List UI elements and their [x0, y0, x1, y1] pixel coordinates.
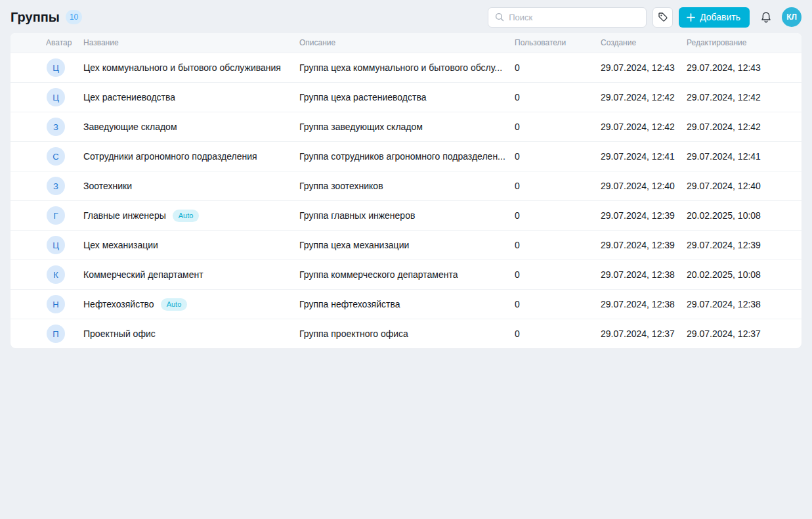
group-name: Цех коммунального и бытового обслуживани… — [83, 62, 281, 73]
group-edited: 29.07.2024, 12:38 — [687, 299, 791, 309]
group-created: 29.07.2024, 12:38 — [601, 269, 687, 280]
table-row[interactable]: Ц Цех растениеводства Группа цеха растен… — [11, 82, 801, 112]
group-users-count: 0 — [515, 122, 601, 132]
column-header-description: Описание — [299, 38, 515, 47]
group-avatar: Ц — [47, 58, 65, 77]
auto-badge: Auto — [161, 298, 188, 311]
search-icon — [495, 12, 504, 22]
group-name: Главные инженеры — [83, 210, 166, 221]
avatar-cell: Ц — [46, 236, 83, 254]
group-users-count: 0 — [515, 210, 601, 221]
group-description: Группа нефтехозяйства — [299, 299, 515, 309]
group-edited: 20.02.2025, 10:08 — [687, 269, 791, 280]
notifications-button[interactable] — [758, 9, 775, 26]
name-cell: Нефтехозяйство Auto — [83, 298, 299, 311]
group-created: 29.07.2024, 12:38 — [601, 299, 687, 309]
topbar-actions: Добавить КЛ — [488, 7, 801, 28]
table-row[interactable]: З Зоотехники Группа зоотехников 0 29.07.… — [11, 171, 801, 200]
group-created: 29.07.2024, 12:37 — [601, 328, 687, 339]
group-name: Зоотехники — [83, 181, 132, 191]
table-row[interactable]: П Проектный офис Группа проектного офиса… — [11, 319, 801, 348]
group-description: Группа цеха растениеводства — [299, 92, 515, 102]
group-name: Цех механизации — [83, 240, 158, 250]
group-description: Группа цеха механизации — [299, 240, 515, 250]
bell-icon — [760, 11, 772, 24]
group-users-count: 0 — [515, 181, 601, 191]
group-users-count: 0 — [515, 151, 601, 162]
group-edited: 29.07.2024, 12:37 — [687, 328, 791, 339]
group-avatar: С — [47, 147, 65, 166]
group-users-count: 0 — [515, 62, 601, 73]
table-header-row: Аватар Название Описание Пользователи Со… — [11, 33, 801, 53]
group-name: Цех растениеводства — [83, 92, 175, 102]
avatar-cell: К — [46, 265, 83, 284]
column-header-created: Создание — [601, 38, 687, 47]
avatar-cell: Н — [46, 295, 83, 313]
column-header-edited: Редактирование — [687, 38, 791, 47]
group-created: 29.07.2024, 12:41 — [601, 151, 687, 162]
table-row[interactable]: С Сотрудники агрономного подразделения Г… — [11, 141, 801, 171]
name-cell: Зоотехники — [83, 181, 299, 191]
name-cell: Цех коммунального и бытового обслуживани… — [83, 62, 299, 73]
group-created: 29.07.2024, 12:39 — [601, 240, 687, 250]
group-created: 29.07.2024, 12:40 — [601, 181, 687, 191]
avatar-cell: С — [46, 147, 83, 166]
group-avatar: Ц — [47, 88, 65, 106]
group-users-count: 0 — [515, 328, 601, 339]
name-cell: Коммерческий департамент — [83, 269, 299, 280]
group-name: Проектный офис — [83, 328, 156, 339]
groups-table: Аватар Название Описание Пользователи Со… — [11, 33, 801, 348]
table-row[interactable]: Г Главные инженеры Auto Группа главных и… — [11, 200, 801, 230]
search-input[interactable] — [509, 12, 639, 22]
avatar-cell: З — [46, 118, 83, 136]
group-avatar: Ц — [47, 236, 65, 254]
column-header-users: Пользователи — [515, 38, 601, 47]
column-header-avatar: Аватар — [46, 38, 83, 47]
group-avatar: К — [47, 265, 65, 284]
group-description: Группа сотрудников агрономного подраздел… — [299, 151, 515, 162]
group-created: 29.07.2024, 12:42 — [601, 122, 687, 132]
name-cell: Цех механизации — [83, 240, 299, 250]
group-name: Сотрудники агрономного подразделения — [83, 151, 257, 162]
group-avatar: П — [47, 325, 65, 343]
group-users-count: 0 — [515, 92, 601, 102]
avatar-cell: Ц — [46, 58, 83, 77]
name-cell: Проектный офис — [83, 328, 299, 339]
group-edited: 20.02.2025, 10:08 — [687, 210, 791, 221]
group-users-count: 0 — [515, 299, 601, 309]
name-cell: Заведующие складом — [83, 122, 299, 132]
group-name: Коммерческий департамент — [83, 269, 203, 280]
table-body: Ц Цех коммунального и бытового обслужива… — [11, 53, 801, 348]
table-row[interactable]: Ц Цех коммунального и бытового обслужива… — [11, 53, 801, 82]
user-avatar[interactable]: КЛ — [782, 7, 801, 27]
groups-count-badge: 10 — [66, 10, 82, 24]
search-box[interactable] — [488, 7, 647, 28]
group-description: Группа главных инженеров — [299, 210, 515, 221]
group-avatar: З — [47, 118, 65, 136]
avatar-cell: Г — [46, 206, 83, 225]
table-row[interactable]: Ц Цех механизации Группа цеха механизаци… — [11, 230, 801, 260]
group-description: Группа заведующих складом — [299, 122, 515, 132]
group-avatar: Н — [47, 295, 65, 313]
table-row[interactable]: К Коммерческий департамент Группа коммер… — [11, 260, 801, 289]
table-row[interactable]: Н Нефтехозяйство Auto Группа нефтехозяйс… — [11, 289, 801, 319]
table-row[interactable]: З Заведующие складом Группа заведующих с… — [11, 112, 801, 141]
group-edited: 29.07.2024, 12:40 — [687, 181, 791, 191]
auto-badge: Auto — [173, 210, 200, 222]
tags-button[interactable] — [652, 7, 673, 28]
topbar: Группы 10 Добавить — [0, 0, 812, 33]
tag-icon — [658, 12, 668, 22]
group-edited: 29.07.2024, 12:42 — [687, 122, 791, 132]
group-created: 29.07.2024, 12:43 — [601, 62, 687, 73]
group-edited: 29.07.2024, 12:39 — [687, 240, 791, 250]
column-header-name: Название — [83, 38, 299, 47]
group-users-count: 0 — [515, 269, 601, 280]
page-title: Группы — [11, 10, 60, 25]
group-name: Заведующие складом — [83, 122, 177, 132]
name-cell: Цех растениеводства — [83, 92, 299, 102]
add-group-button[interactable]: Добавить — [679, 7, 750, 28]
add-button-label: Добавить — [700, 12, 740, 22]
group-name: Нефтехозяйство — [83, 299, 154, 309]
group-edited: 29.07.2024, 12:41 — [687, 151, 791, 162]
name-cell: Главные инженеры Auto — [83, 210, 299, 222]
